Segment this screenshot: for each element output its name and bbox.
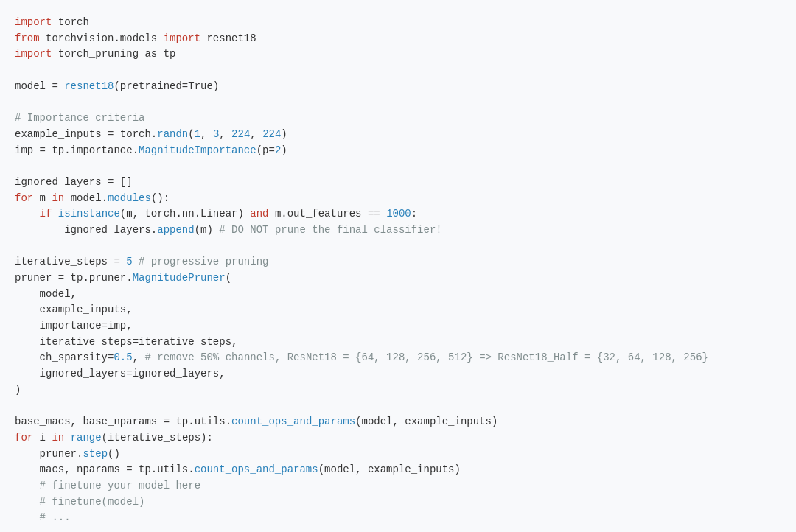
keyword-import-1: import bbox=[15, 16, 52, 28]
keyword-import-2: import bbox=[164, 32, 200, 44]
keyword-for-2: for bbox=[15, 432, 33, 444]
keyword-and: and bbox=[250, 208, 268, 220]
num-5: 5 bbox=[126, 256, 132, 267]
fn-magnitudeimportance: MagnitudeImportance bbox=[139, 144, 256, 156]
fn-append: append bbox=[157, 224, 194, 236]
comment-importance: # Importance criteria bbox=[15, 112, 144, 124]
fn-range: range bbox=[71, 432, 102, 444]
keyword-in-2: in bbox=[52, 432, 64, 444]
fn-count-ops-params-1: count_ops_and_params bbox=[231, 416, 355, 427]
comment-classifier: # DO NOT prune the final classifier! bbox=[219, 224, 441, 236]
code-container: import torch from torchvision.models imp… bbox=[0, 0, 796, 532]
fn-magnitudepruner: MagnitudePruner bbox=[133, 272, 226, 284]
fn-resnet18: resnet18 bbox=[64, 80, 114, 92]
code-block: import torch from torchvision.models imp… bbox=[15, 15, 778, 526]
comment-finetune-2: # finetune(model) bbox=[15, 496, 144, 508]
fn-isinstance: isinstance bbox=[58, 208, 120, 220]
comment-sparsity: # remove 50% channels, ResNet18 = {64, 1… bbox=[144, 351, 708, 363]
keyword-import-3: import bbox=[15, 48, 52, 60]
keyword-for-1: for bbox=[15, 192, 33, 204]
comment-progressive: # progressive pruning bbox=[139, 256, 268, 267]
num-sparsity: 0.5 bbox=[114, 351, 132, 363]
fn-modules: modules bbox=[108, 192, 151, 204]
keyword-in-1: in bbox=[52, 192, 64, 204]
keyword-from: from bbox=[15, 32, 40, 44]
fn-randn: randn bbox=[157, 128, 188, 140]
comment-ellipsis: # ... bbox=[15, 511, 71, 523]
fn-count-ops-params-2: count_ops_and_params bbox=[195, 463, 318, 475]
keyword-if: if bbox=[40, 208, 52, 220]
fn-step: step bbox=[83, 448, 108, 460]
comment-finetune-1: # finetune your model here bbox=[15, 480, 200, 491]
